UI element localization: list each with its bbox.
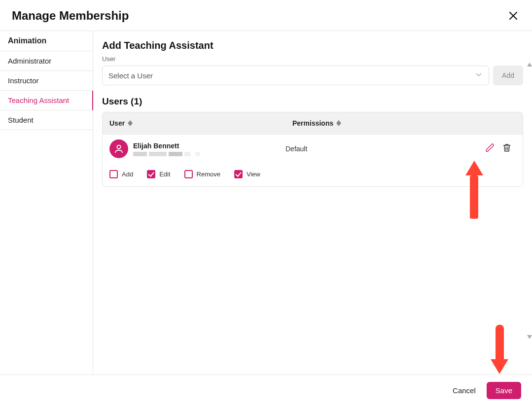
- scrollbar[interactable]: [527, 62, 531, 340]
- edit-row-button[interactable]: [485, 143, 495, 155]
- perm-remove-label: Remove: [197, 170, 220, 178]
- perm-edit[interactable]: Edit: [147, 170, 170, 178]
- sidebar-item-instructor[interactable]: Instructor: [0, 71, 93, 91]
- dialog-body: Animation Administrator Instructor Teach…: [0, 31, 532, 374]
- user-name: Elijah Bennett: [133, 142, 200, 150]
- section-title: Add Teaching Assistant: [102, 40, 523, 51]
- save-button[interactable]: Save: [487, 382, 521, 399]
- sort-icon: [128, 120, 133, 126]
- dialog-footer: Cancel Save: [0, 374, 532, 407]
- delete-row-button[interactable]: [502, 143, 512, 155]
- permissions-row: Add Edit Remove View: [103, 163, 523, 186]
- checkbox-remove[interactable]: [184, 170, 193, 178]
- svg-point-0: [117, 145, 120, 149]
- trash-icon: [502, 143, 512, 153]
- user-field-label: User: [102, 55, 523, 63]
- perm-view[interactable]: View: [234, 170, 260, 178]
- cell-user: Elijah Bennett: [109, 139, 285, 158]
- dialog-header: Manage Membership: [0, 0, 532, 31]
- sidebar: Animation Administrator Instructor Teach…: [0, 31, 93, 374]
- close-button[interactable]: [506, 9, 520, 23]
- sidebar-header: Animation: [0, 31, 93, 51]
- column-permissions-label: Permissions: [292, 119, 333, 127]
- dialog-title: Manage Membership: [12, 9, 129, 23]
- perm-view-label: View: [247, 170, 260, 178]
- checkbox-view[interactable]: [234, 170, 243, 178]
- perm-add-label: Add: [122, 170, 133, 178]
- perm-add[interactable]: Add: [109, 170, 133, 178]
- cell-permissions: Default: [285, 145, 467, 153]
- user-select-row: Select a User Add: [102, 66, 523, 85]
- cancel-button[interactable]: Cancel: [453, 386, 476, 395]
- users-table: User Permissions: [102, 112, 523, 187]
- checkbox-add[interactable]: [109, 170, 118, 178]
- close-icon: [509, 11, 518, 20]
- user-info: Elijah Bennett: [133, 142, 200, 156]
- pencil-icon: [485, 143, 495, 153]
- manage-membership-dialog: Manage Membership Animation Administrato…: [0, 0, 532, 407]
- checkbox-edit[interactable]: [147, 170, 155, 178]
- column-permissions[interactable]: Permissions: [285, 112, 474, 134]
- add-user-button[interactable]: Add: [493, 66, 523, 85]
- table-row: Elijah Bennett Default: [103, 135, 523, 163]
- users-heading: Users (1): [102, 96, 523, 107]
- person-icon: [113, 143, 124, 154]
- column-actions: [474, 112, 523, 134]
- user-select[interactable]: Select a User: [102, 66, 489, 85]
- perm-remove[interactable]: Remove: [184, 170, 220, 178]
- main-panel: Add Teaching Assistant User Select a Use…: [93, 31, 532, 374]
- sidebar-item-student[interactable]: Student: [0, 110, 93, 130]
- sidebar-item-administrator[interactable]: Administrator: [0, 51, 93, 71]
- cell-actions: [467, 143, 516, 155]
- perm-edit-label: Edit: [159, 170, 170, 178]
- table-header: User Permissions: [103, 112, 523, 135]
- avatar: [109, 139, 128, 158]
- column-user[interactable]: User: [103, 112, 285, 134]
- sidebar-item-teaching-assistant[interactable]: Teaching Assistant: [0, 91, 93, 110]
- sort-icon: [336, 120, 341, 126]
- scrollbar-up-icon[interactable]: [527, 62, 532, 68]
- user-select-placeholder: Select a User: [108, 71, 153, 80]
- user-subtext-redacted: [133, 152, 200, 156]
- chevron-down-icon: [475, 70, 483, 80]
- scrollbar-down-icon[interactable]: [527, 335, 532, 340]
- column-user-label: User: [109, 119, 125, 127]
